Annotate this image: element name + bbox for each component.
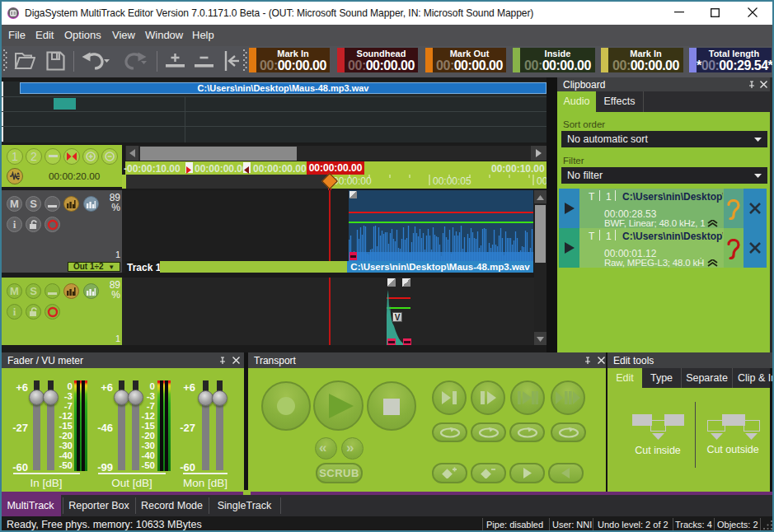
svg-text:00:00:00: 00:00:00 xyxy=(333,175,372,187)
svg-text:00:00:05: 00:00:05 xyxy=(433,175,471,187)
svg-text:00:: 00: xyxy=(537,175,546,187)
